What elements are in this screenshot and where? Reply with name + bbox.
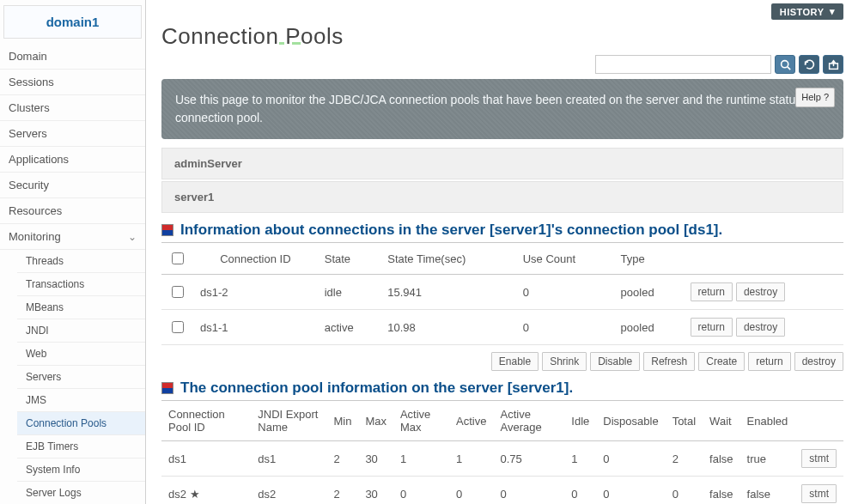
enable-button[interactable]: Enable <box>491 352 539 371</box>
col-header: Active <box>449 401 493 441</box>
destroy-button[interactable]: destroy <box>794 352 843 371</box>
sidebar-sub-jms[interactable]: JMS <box>17 389 145 412</box>
cell: 0 <box>449 477 493 505</box>
history-button[interactable]: HISTORY ▾ <box>771 3 843 20</box>
sidebar-item-clusters[interactable]: Clusters <box>0 95 145 121</box>
col-header: Idle <box>564 401 596 441</box>
refresh-button[interactable]: Refresh <box>643 352 695 371</box>
cell: 1 <box>393 441 449 477</box>
sidebar-sub-jndi[interactable]: JNDI <box>17 319 145 343</box>
search-input[interactable] <box>595 55 771 74</box>
sidebar: domain1 DomainSessionsClustersServersApp… <box>0 0 146 504</box>
return-button[interactable]: return <box>748 352 790 371</box>
cell: 2 <box>666 441 703 477</box>
destroy-button[interactable]: destroy <box>736 318 785 337</box>
cell-conn-id: ds1-2 <box>193 275 318 310</box>
search-icon[interactable] <box>775 55 795 74</box>
cell: 0 <box>493 477 564 505</box>
cell: true <box>740 441 795 477</box>
sidebar-item-sessions[interactable]: Sessions <box>0 70 145 95</box>
cell: 30 <box>358 441 393 477</box>
cell-type: pooled <box>614 275 684 310</box>
cell-type: pooled <box>614 310 684 345</box>
row-checkbox[interactable] <box>172 321 184 333</box>
sidebar-item-resources[interactable]: Resources <box>0 198 145 224</box>
cell-state: idle <box>318 275 381 310</box>
col-header: Disposable <box>596 401 665 441</box>
table-row: ds1ds1230110.75102falsetruestmt <box>161 441 843 477</box>
section-title-poolinfo: The connection pool information on the s… <box>161 380 843 397</box>
flag-icon <box>161 224 173 236</box>
sidebar-sub-mbeans[interactable]: MBeans <box>17 296 145 319</box>
banner-text: Use this page to monitor the JDBC/JCA co… <box>175 93 825 124</box>
sidebar-sub-system-info[interactable]: System Info <box>17 458 145 482</box>
cell: false <box>703 477 739 505</box>
help-icon: ? <box>824 92 829 102</box>
cell-state-time: 10.98 <box>380 310 515 345</box>
create-button[interactable]: Create <box>698 352 745 371</box>
col-header <box>684 243 843 275</box>
destroy-button[interactable]: destroy <box>736 282 785 301</box>
sidebar-sub-server-logs[interactable]: Server Logs <box>17 482 145 504</box>
cell: 2 <box>326 477 358 505</box>
sidebar-item-security[interactable]: Security <box>0 173 145 198</box>
col-header: State Time(sec) <box>380 243 515 275</box>
cell: 0 <box>564 477 596 505</box>
sidebar-item-applications[interactable]: Applications <box>0 147 145 173</box>
cell: ds2 ★ <box>161 477 251 505</box>
server-block-admin[interactable]: adminServer <box>161 148 843 179</box>
sidebar-sub-transactions[interactable]: Transactions <box>17 273 145 296</box>
stmt-button[interactable]: stmt <box>801 449 837 468</box>
sidebar-item-servers[interactable]: Servers <box>0 121 145 147</box>
cell: ds2 <box>251 477 326 505</box>
info-banner: Use this page to monitor the JDBC/JCA co… <box>161 79 843 139</box>
shrink-button[interactable]: Shrink <box>542 352 587 371</box>
server-block-1[interactable]: server1 <box>161 181 843 213</box>
sidebar-sub-connection-pools[interactable]: Connection Pools <box>17 412 145 435</box>
disable-button[interactable]: Disable <box>590 352 640 371</box>
col-header: Wait <box>703 401 739 441</box>
sidebar-sub-servers[interactable]: Servers <box>17 366 145 389</box>
sidebar-sub-ejb-timers[interactable]: EJB Timers <box>17 435 145 458</box>
chevron-down-icon: ▾ <box>830 6 836 17</box>
col-header <box>161 243 193 275</box>
refresh-icon[interactable] <box>799 55 819 74</box>
history-label: HISTORY <box>780 7 825 17</box>
cell-state-time: 15.941 <box>380 275 515 310</box>
svg-line-1 <box>787 66 789 69</box>
cell-conn-id: ds1-1 <box>193 310 318 345</box>
stmt-button[interactable]: stmt <box>801 484 837 503</box>
flag-icon <box>161 382 173 394</box>
row-checkbox[interactable] <box>172 286 184 298</box>
cell: 0.75 <box>493 441 564 477</box>
search-row <box>161 55 843 74</box>
return-button[interactable]: return <box>691 318 733 337</box>
col-header: Active Average <box>493 401 564 441</box>
pool-info-table: Connection Pool IDJNDI Export NameMinMax… <box>161 400 843 504</box>
cell: ds1 <box>161 441 251 477</box>
col-header: Active Max <box>393 401 449 441</box>
return-button[interactable]: return <box>691 282 733 301</box>
domain-header[interactable]: domain1 <box>3 5 142 39</box>
cell: 1 <box>564 441 596 477</box>
sidebar-item-domain[interactable]: Domain <box>0 44 145 70</box>
sidebar-sub-web[interactable]: Web <box>17 343 145 366</box>
help-button[interactable]: Help ? <box>795 88 835 107</box>
cell: ds1 <box>251 441 326 477</box>
main-content: HISTORY ▾ Connection Pools Use this page… <box>146 0 852 504</box>
sidebar-sub-threads[interactable]: Threads <box>17 250 145 273</box>
chevron-down-icon: ⌄ <box>128 231 137 243</box>
cell-state: active <box>318 310 381 345</box>
cell: 30 <box>358 477 393 505</box>
col-header: Enabled <box>740 401 795 441</box>
col-header: Min <box>326 401 358 441</box>
select-all-checkbox[interactable] <box>172 252 184 264</box>
sidebar-item-label: Monitoring <box>9 230 61 243</box>
sidebar-item-monitoring[interactable]: Monitoring ⌄ <box>0 224 145 250</box>
col-header: Connection Pool ID <box>161 401 251 441</box>
svg-point-0 <box>781 60 788 67</box>
cell: 0 <box>596 477 665 505</box>
export-icon[interactable] <box>823 55 843 74</box>
col-header: Type <box>614 243 684 275</box>
cell: 1 <box>449 441 493 477</box>
